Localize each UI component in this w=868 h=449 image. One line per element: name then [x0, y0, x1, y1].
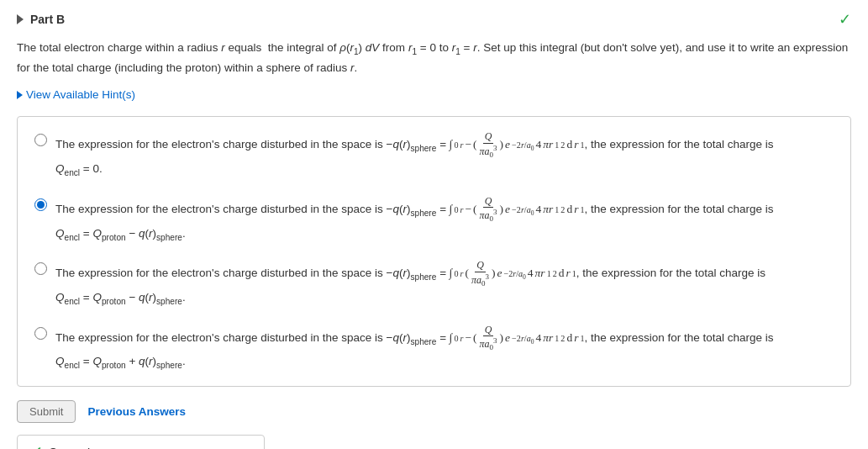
header-check-icon: ✓	[839, 10, 851, 29]
option-content-1: The expression for the electron's charge…	[55, 130, 774, 179]
option-4-line2: Qencl = Qproton + q(r)sphere.	[55, 352, 774, 372]
option-1-line2: Qencl = 0.	[55, 160, 774, 180]
part-title: Part B	[30, 13, 65, 26]
correct-box: ✓ Correct	[17, 435, 265, 449]
radio-option-3[interactable]	[34, 262, 47, 275]
option-content-2: The expression for the electron's charge…	[55, 195, 774, 244]
description-text: The total electron charge within a radiu…	[17, 39, 851, 77]
option-row-1: The expression for the electron's charge…	[34, 130, 834, 179]
option-4-line1: The expression for the electron's charge…	[55, 324, 774, 353]
option-2-line1: The expression for the electron's charge…	[55, 195, 774, 225]
actions-row: Submit Previous Answers	[17, 400, 851, 423]
correct-check-icon: ✓	[31, 444, 42, 449]
option-1-line1: The expression for the electron's charge…	[55, 130, 774, 160]
part-header-left: Part B	[17, 13, 65, 26]
submit-button[interactable]: Submit	[17, 400, 76, 423]
radio-option-4[interactable]	[34, 327, 47, 340]
option-content-3: The expression for the electron's charge…	[55, 259, 765, 308]
part-header: Part B ✓	[17, 10, 851, 29]
option-2-line2: Qencl = Qproton − q(r)sphere.	[55, 225, 774, 245]
radio-option-1[interactable]	[34, 134, 47, 146]
hint-link[interactable]: View Available Hint(s)	[17, 88, 851, 101]
option-row-2: The expression for the electron's charge…	[34, 195, 834, 244]
option-3-line1: The expression for the electron's charge…	[55, 259, 765, 288]
option-content-4: The expression for the electron's charge…	[55, 324, 774, 372]
collapse-icon[interactable]	[17, 14, 24, 24]
option-row-4: The expression for the electron's charge…	[34, 324, 834, 372]
correct-label: Correct	[49, 446, 91, 449]
radio-option-2[interactable]	[34, 198, 47, 211]
options-container: The expression for the electron's charge…	[17, 116, 851, 387]
previous-answers-link[interactable]: Previous Answers	[87, 405, 186, 418]
option-3-line2: Qencl = Qproton − q(r)sphere.	[55, 288, 765, 309]
option-row-3: The expression for the electron's charge…	[34, 259, 834, 308]
hint-triangle-icon	[17, 91, 23, 99]
page-container: Part B ✓ The total electron charge withi…	[0, 0, 868, 449]
hint-label: View Available Hint(s)	[26, 88, 135, 101]
